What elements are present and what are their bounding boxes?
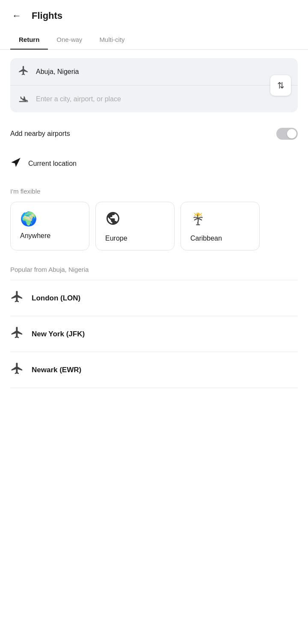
- svg-line-5: [200, 215, 202, 216]
- tab-multi-city[interactable]: Multi-city: [91, 30, 133, 49]
- caribbean-icon: [190, 211, 206, 229]
- flexible-section-label: I'm flexible: [0, 184, 308, 202]
- popular-item-london[interactable]: London (LON): [0, 280, 308, 316]
- popular-item-new-york[interactable]: New York (JFK): [0, 316, 308, 352]
- origin-value: Abuja, Nigeria: [36, 68, 290, 76]
- search-box: Abuja, Nigeria Enter a city, airport, or…: [10, 58, 298, 112]
- landing-icon: [18, 92, 30, 106]
- newark-name: Newark (EWR): [32, 366, 81, 374]
- svg-line-4: [194, 215, 196, 216]
- london-name: London (LON): [32, 294, 80, 303]
- header: ← Flights: [0, 0, 308, 30]
- swap-button[interactable]: ⇅: [270, 75, 291, 96]
- new-york-name: New York (JFK): [32, 330, 85, 338]
- back-arrow-icon: ←: [12, 10, 21, 21]
- swap-icon: ⇅: [277, 80, 284, 91]
- europe-label: Europe: [105, 235, 127, 242]
- popular-section-label: Popular from Abuja, Nigeria: [0, 262, 308, 280]
- anywhere-label: Anywhere: [20, 232, 50, 240]
- destination-placeholder: Enter a city, airport, or place: [36, 95, 290, 103]
- destination-cards: 🌍 Anywhere Europe: [0, 202, 308, 262]
- nearby-label: Add nearby airports: [10, 130, 70, 138]
- takeoff-icon: [18, 65, 30, 78]
- plane-icon-london: [10, 290, 24, 306]
- card-caribbean[interactable]: Caribbean: [181, 202, 260, 250]
- nearby-airports-row: Add nearby airports: [0, 121, 308, 147]
- card-europe[interactable]: Europe: [95, 202, 175, 250]
- tab-one-way[interactable]: One-way: [48, 30, 91, 49]
- back-button[interactable]: ←: [10, 9, 23, 23]
- current-location-row[interactable]: Current location: [0, 150, 308, 177]
- origin-row[interactable]: Abuja, Nigeria: [10, 58, 298, 85]
- nearby-toggle[interactable]: [276, 128, 298, 140]
- destination-row[interactable]: Enter a city, airport, or place: [10, 85, 298, 112]
- card-anywhere[interactable]: 🌍 Anywhere: [10, 202, 89, 250]
- europe-icon: [105, 211, 121, 229]
- tab-return[interactable]: Return: [10, 30, 48, 49]
- current-location-label: Current location: [28, 160, 77, 168]
- anywhere-icon: 🌍: [20, 211, 37, 227]
- page-title: Flights: [32, 10, 62, 21]
- location-icon: [10, 157, 21, 171]
- toggle-knob: [287, 129, 296, 138]
- plane-icon-newark: [10, 362, 24, 378]
- plane-icon-new-york: [10, 326, 24, 342]
- divider-4: [10, 388, 298, 388]
- tabs-bar: Return One-way Multi-city: [0, 30, 308, 50]
- popular-item-newark[interactable]: Newark (EWR): [0, 352, 308, 388]
- caribbean-label: Caribbean: [190, 235, 222, 242]
